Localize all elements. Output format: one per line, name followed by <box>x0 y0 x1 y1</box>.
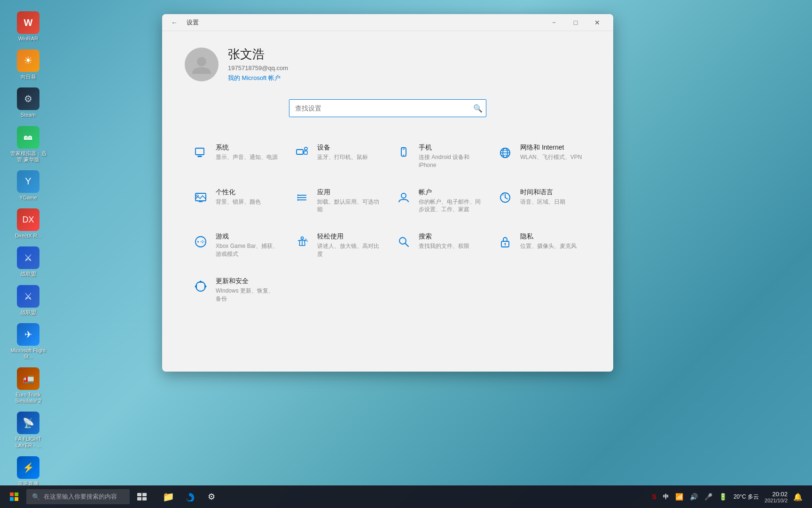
search-container: 🔍 <box>185 99 591 117</box>
apps-desc: 卸载、默认应用、可选功能 <box>317 198 380 214</box>
setting-item-update[interactable]: 更新和安全 Windows 更新、恢复、备份 <box>185 268 286 312</box>
desktop-icon-xiangri[interactable]: ☀ 向日葵 <box>7 48 49 82</box>
tray-language[interactable]: 中 <box>661 492 671 502</box>
taskbar-search[interactable]: 🔍 在这里输入你要搜索的内容 <box>26 489 130 504</box>
tray-battery[interactable]: 🔋 <box>717 492 729 501</box>
svg-rect-5 <box>304 151 307 154</box>
desktop-icon-ygame[interactable]: Y YGame <box>7 168 49 203</box>
svg-rect-47 <box>15 492 18 496</box>
svg-point-9 <box>403 155 404 156</box>
apps-title: 应用 <box>317 188 380 197</box>
accounts-title: 帐户 <box>419 188 482 197</box>
desktop-icon-zhanmeng[interactable]: ⚔ 战联盟 <box>7 245 49 279</box>
desktop-icon-xiangri-label: 向日葵 <box>21 74 36 80</box>
personalization-icon <box>192 189 209 206</box>
search-icon[interactable]: 🔍 <box>473 104 483 113</box>
tray-microphone[interactable]: 🎤 <box>703 492 714 501</box>
setting-item-time[interactable]: A 时间和语言 语音、区域、日期 <box>489 179 591 223</box>
desktop-icon-winrar[interactable]: W WinRAR <box>7 9 49 44</box>
update-text: 更新和安全 Windows 更新、恢复、备份 <box>216 277 279 303</box>
ease-title: 轻松使用 <box>317 232 380 241</box>
svg-point-37 <box>301 237 304 239</box>
taskbar-edge[interactable] <box>180 486 200 507</box>
time-icon: A <box>497 189 514 206</box>
desktop-icon-steam-label: Steam <box>21 112 36 118</box>
close-button[interactable]: ✕ <box>587 15 608 30</box>
settings-grid: 系统 显示、声音、通知、电源 设备 <box>185 134 591 312</box>
desktop-icon-directx[interactable]: DX DirectX R... <box>7 206 49 241</box>
svg-point-24 <box>297 199 299 200</box>
privacy-icon <box>497 233 514 250</box>
setting-item-privacy[interactable]: 隐私 位置、摄像头、麦克风 <box>489 223 591 268</box>
accounts-text: 帐户 你的帐户、电子邮件、同步设置、工作、家庭 <box>419 188 482 214</box>
desktop-icon-zhanmeng2[interactable]: ⚔ 战联盟 <box>7 283 49 318</box>
desktop-icon-euro-truck-label: Euro Truck Simulator 2 <box>9 392 47 404</box>
tray-sougou[interactable]: S <box>650 492 658 501</box>
gaming-desc: Xbox Game Bar、捕获、游戏模式 <box>216 242 279 258</box>
desktop-icon-ygame-label: YGame <box>19 195 37 201</box>
svg-rect-50 <box>137 493 141 496</box>
setting-item-devices[interactable]: 设备 蓝牙、打印机、鼠标 <box>286 134 388 179</box>
personalization-title: 个性化 <box>216 188 261 197</box>
title-bar: ← 设置 － □ ✕ <box>162 14 613 31</box>
start-button[interactable] <box>4 486 24 507</box>
user-avatar <box>185 48 219 81</box>
taskbar-clock[interactable]: 20:02 2021/10/2 <box>765 491 788 503</box>
svg-rect-52 <box>137 497 141 500</box>
update-icon <box>192 278 209 295</box>
setting-item-search[interactable]: 搜索 查找我的文件、权限 <box>388 223 489 268</box>
tray-weather[interactable]: 20°C 多云 <box>732 492 761 502</box>
privacy-text: 隐私 位置、摄像头、麦克风 <box>520 232 577 250</box>
search-input[interactable] <box>289 99 486 117</box>
desktop-icon-directx-label: DirectX R... <box>15 233 41 239</box>
system-text: 系统 显示、声音、通知、电源 <box>216 143 278 161</box>
setting-item-gaming[interactable]: 游戏 Xbox Game Bar、捕获、游戏模式 <box>185 223 286 268</box>
user-name: 张文浩 <box>228 46 288 63</box>
desktop-icon-ms-flight[interactable]: ✈ Microsoft Flight St... <box>7 321 49 362</box>
setting-item-phone[interactable]: 手机 连接 Android 设备和 iPhone <box>388 134 489 179</box>
taskbar-date: 2021/10/2 <box>765 498 788 503</box>
settings-window: ← 设置 － □ ✕ 张文浩 197571 <box>162 14 613 372</box>
svg-point-23 <box>297 197 299 198</box>
tray-network[interactable]: 📶 <box>673 492 685 501</box>
task-view-button[interactable] <box>132 486 152 507</box>
back-button[interactable]: ← <box>168 16 181 29</box>
desktop-icon-zhanmeng2-label: 战联盟 <box>21 310 36 316</box>
minimize-button[interactable]: － <box>544 15 564 30</box>
tray-speaker[interactable]: 🔊 <box>688 492 700 501</box>
time-text: 时间和语言 语音、区域、日期 <box>520 188 565 206</box>
svg-rect-4 <box>297 150 303 154</box>
taskbar: 🔍 在这里输入你要搜索的内容 📁 <box>0 485 812 508</box>
tray-notification[interactable]: 🔔 <box>791 492 804 502</box>
taskbar-app-icons: 📁 ⚙ <box>158 486 222 507</box>
maximize-button[interactable]: □ <box>565 15 586 30</box>
desktop-icon-steam[interactable]: ⚙ Steam <box>7 86 49 120</box>
time-desc: 语音、区域、日期 <box>520 198 565 206</box>
svg-rect-51 <box>142 493 147 496</box>
system-title: 系统 <box>216 143 278 152</box>
user-microsoft-link[interactable]: 我的 Microsoft 帐户 <box>228 74 281 81</box>
setting-item-network[interactable]: 网络和 Internet WLAN、飞行模式、VPN <box>489 134 591 179</box>
taskbar-explorer[interactable]: 📁 <box>158 486 179 507</box>
taskbar-settings-app[interactable]: ⚙ <box>201 486 222 507</box>
window-title: 设置 <box>187 18 199 27</box>
svg-text:A: A <box>502 193 504 196</box>
setting-item-personalization[interactable]: 个性化 背景、锁屏、颜色 <box>185 179 286 223</box>
svg-line-28 <box>505 198 508 199</box>
desktop-icon-euro-truck[interactable]: 🚛 Euro Truck Simulator 2 <box>7 365 49 406</box>
svg-point-17 <box>196 195 198 197</box>
desktop-icon-flt-player[interactable]: 📡 FA FLIGHT LAYER - ... <box>7 410 49 450</box>
svg-point-6 <box>304 147 307 150</box>
svg-point-22 <box>297 194 299 196</box>
setting-item-ease[interactable]: 轻松使用 讲述人、放大镜、高对比度 <box>286 223 388 268</box>
setting-item-system[interactable]: 系统 显示、声音、通知、电源 <box>185 134 286 179</box>
desktop-icons-area: W WinRAR ☀ 向日葵 ⚙ Steam 🏘 管家模拟器：迅管 豪华版 Y <box>0 5 56 493</box>
phone-text: 手机 连接 Android 设备和 iPhone <box>419 143 482 169</box>
setting-item-accounts[interactable]: 帐户 你的帐户、电子邮件、同步设置、工作、家庭 <box>388 179 489 223</box>
accounts-icon <box>395 189 412 206</box>
desktop-icon-flt-player-label: FA FLIGHT LAYER - ... <box>9 436 47 448</box>
svg-point-25 <box>401 193 406 198</box>
desktop-icon-moni[interactable]: 🏘 管家模拟器：迅管 豪华版 <box>7 124 49 165</box>
desktop-icon-bluetooth[interactable]: ⚡ 蓝牙直播 <box>7 454 49 489</box>
setting-item-apps[interactable]: 应用 卸载、默认应用、可选功能 <box>286 179 388 223</box>
